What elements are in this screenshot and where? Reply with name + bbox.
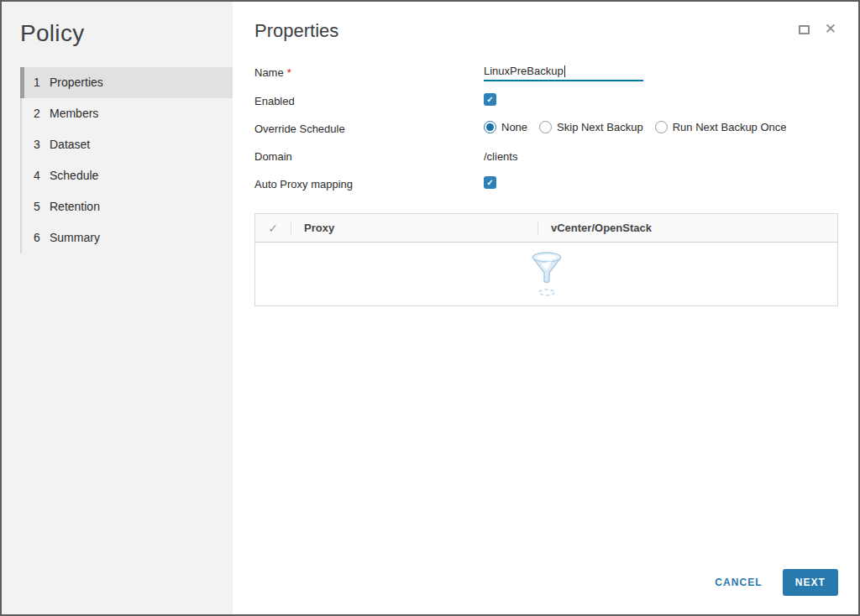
step-label: Schedule <box>50 169 98 183</box>
form-row-domain: Domain /clients <box>254 149 838 164</box>
radio-dot <box>658 123 665 131</box>
proxy-table: ✓ Proxy vCenter/OpenStack <box>254 213 838 306</box>
radio-option-none[interactable]: None <box>484 121 527 133</box>
step-number: 6 <box>34 231 42 245</box>
radio-option-skip-next-backup[interactable]: Skip Next Backup <box>539 121 643 133</box>
cancel-button[interactable]: CANCEL <box>715 577 762 588</box>
step-number: 4 <box>34 169 42 183</box>
proxy-table-empty-body <box>255 243 837 305</box>
auto-proxy-checkbox[interactable]: ✓ <box>484 176 496 189</box>
wizard-footer: CANCEL NEXT <box>715 569 838 596</box>
radio-option-run-next-backup-once[interactable]: Run Next Backup Once <box>655 121 787 133</box>
wizard-step-properties[interactable]: 1 Properties <box>20 67 233 98</box>
step-number: 1 <box>34 76 42 90</box>
radio-label: Skip Next Backup <box>557 121 643 133</box>
override-schedule-label: Override Schedule <box>254 121 484 135</box>
step-number: 5 <box>34 200 42 214</box>
close-icon[interactable]: ✕ <box>825 23 836 35</box>
form-row-auto-proxy: Auto Proxy mapping ✓ <box>254 176 838 192</box>
radio-label: Run Next Backup Once <box>673 121 787 133</box>
form-row-enabled: Enabled ✓ <box>254 93 838 109</box>
check-icon: ✓ <box>486 95 493 104</box>
text-caret-icon <box>564 65 565 77</box>
domain-label: Domain <box>254 149 484 163</box>
form-row-override-schedule: Override Schedule None Skip Next Backup … <box>254 121 838 137</box>
step-label: Members <box>50 107 98 121</box>
wizard-title: Policy <box>20 20 233 47</box>
panel-header: Properties ✕ <box>254 18 838 42</box>
step-number: 2 <box>34 107 42 121</box>
step-label: Summary <box>50 231 100 245</box>
policy-wizard-dialog: Policy 1 Properties 2 Members 3 Dataset … <box>0 0 860 616</box>
wizard-sidebar: Policy 1 Properties 2 Members 3 Dataset … <box>2 2 233 614</box>
proxy-table-header: ✓ Proxy vCenter/OpenStack <box>255 214 837 243</box>
name-label: Name* <box>254 65 484 79</box>
domain-value: /clients <box>484 149 517 163</box>
properties-panel: Properties ✕ Name* LinuxPreBackup Enable… <box>233 2 858 614</box>
name-input[interactable]: LinuxPreBackup <box>484 65 643 81</box>
radio-dot <box>486 123 494 131</box>
column-header-vcenter-openstack[interactable]: vCenter/OpenStack <box>538 214 837 242</box>
required-marker: * <box>287 66 291 79</box>
column-header-proxy[interactable]: Proxy <box>291 214 538 242</box>
radio-icon-run-once[interactable] <box>655 121 668 133</box>
radio-dot <box>542 123 549 131</box>
auto-proxy-label: Auto Proxy mapping <box>254 176 484 191</box>
wizard-step-dataset[interactable]: 3 Dataset <box>22 129 233 160</box>
filter-funnel-icon <box>530 250 564 299</box>
step-label: Properties <box>50 76 103 90</box>
wizard-step-list: 1 Properties 2 Members 3 Dataset 4 Sched… <box>20 67 233 253</box>
radio-label: None <box>501 121 527 133</box>
radio-icon-skip[interactable] <box>539 121 552 133</box>
radio-icon-none[interactable] <box>484 121 496 133</box>
restore-icon[interactable] <box>799 25 810 34</box>
properties-form: Name* LinuxPreBackup Enabled ✓ Override … <box>254 65 838 192</box>
wizard-step-members[interactable]: 2 Members <box>22 98 233 129</box>
step-label: Dataset <box>50 138 90 152</box>
form-row-name: Name* LinuxPreBackup <box>254 65 838 81</box>
wizard-step-retention[interactable]: 5 Retention <box>22 191 233 222</box>
checkmark-icon: ✓ <box>268 222 278 235</box>
wizard-step-summary[interactable]: 6 Summary <box>22 222 233 253</box>
enabled-checkbox[interactable]: ✓ <box>484 93 496 106</box>
panel-title: Properties <box>254 20 338 42</box>
name-input-value: LinuxPreBackup <box>484 65 564 77</box>
wizard-step-schedule[interactable]: 4 Schedule <box>22 160 233 191</box>
name-label-text: Name <box>254 66 284 79</box>
check-icon: ✓ <box>486 178 493 187</box>
window-controls: ✕ <box>799 23 836 35</box>
select-all-column-header[interactable]: ✓ <box>255 214 291 242</box>
step-number: 3 <box>34 138 42 152</box>
enabled-label: Enabled <box>254 93 484 107</box>
override-schedule-radio-group: None Skip Next Backup Run Next Backup On… <box>484 121 787 133</box>
step-label: Retention <box>50 200 100 214</box>
next-button[interactable]: NEXT <box>783 569 838 596</box>
